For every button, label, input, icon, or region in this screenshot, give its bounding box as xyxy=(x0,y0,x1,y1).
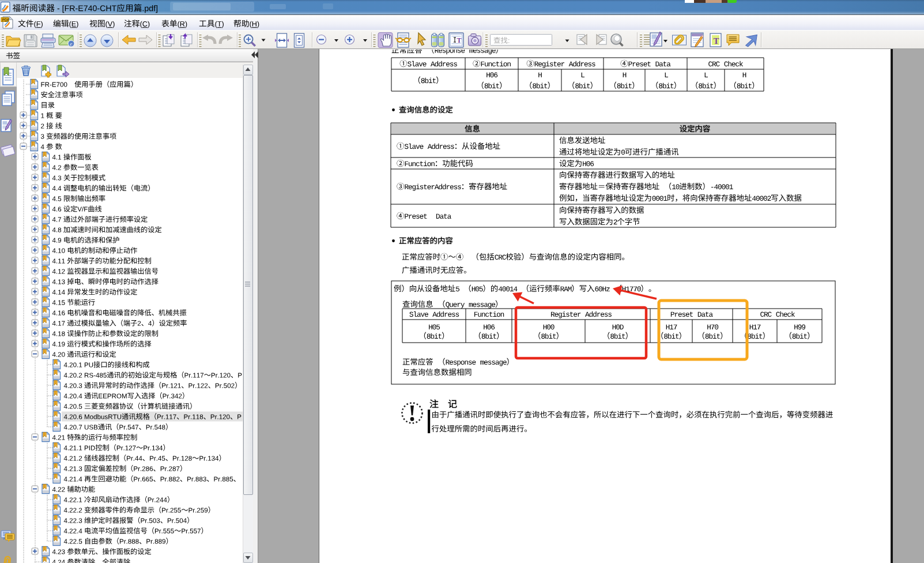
svg-text:e: e xyxy=(70,41,72,47)
svg-text:PDF: PDF xyxy=(2,18,10,22)
svg-text:T: T xyxy=(714,36,719,46)
svg-text:T: T xyxy=(457,36,462,44)
